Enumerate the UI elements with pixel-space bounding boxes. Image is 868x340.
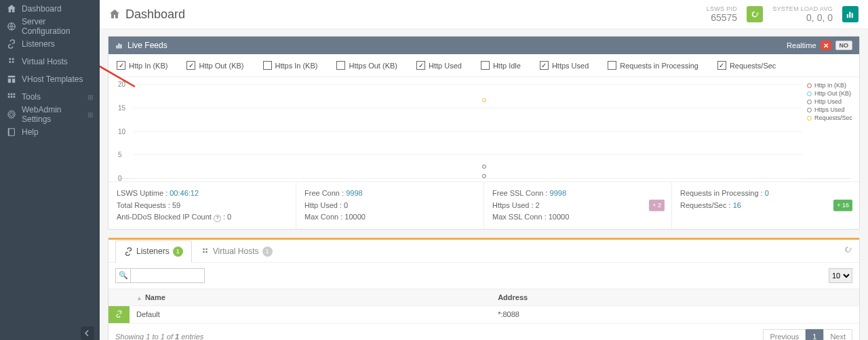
cell-address: *:8088 bbox=[491, 305, 859, 323]
restart-button[interactable] bbox=[747, 6, 763, 22]
metric-checkbox-1[interactable]: Http Out (KB) bbox=[186, 61, 243, 70]
tab-listeners[interactable]: Listeners 1 bbox=[115, 240, 192, 263]
expand-icon: ⊞ bbox=[87, 93, 93, 101]
sidebar-item-label: WebAdmin Settings bbox=[22, 105, 82, 124]
legend-dot-icon bbox=[807, 116, 812, 121]
stats-col-requests: Requests in Processing : 0 Requests/Sec … bbox=[672, 182, 859, 229]
metric-checkbox-4[interactable]: Http Used bbox=[416, 61, 462, 70]
metric-checkbox-7[interactable]: Requests in Processing bbox=[608, 61, 698, 70]
legend-item: Https Used bbox=[807, 106, 852, 114]
template-icon bbox=[7, 75, 16, 84]
live-feeds-title: Live Feeds bbox=[127, 41, 167, 50]
metric-checkbox-6[interactable]: Https Used bbox=[540, 61, 589, 70]
load-value: 0, 0, 0 bbox=[772, 12, 833, 23]
tab-badge: 1 bbox=[262, 247, 273, 257]
metric-checkbox-5[interactable]: Http Idle bbox=[481, 61, 521, 70]
help-icon[interactable]: ? bbox=[214, 215, 221, 222]
globe-icon bbox=[7, 22, 16, 31]
stats-row: LSWS Uptime : 00:46:12 Total Requests : … bbox=[108, 182, 859, 229]
sidebar-item-label: Dashboard bbox=[22, 4, 62, 14]
checkbox-icon bbox=[608, 61, 616, 70]
req-processing-value: 0 bbox=[765, 189, 769, 197]
checkbox-label: Requests/Sec bbox=[730, 62, 776, 70]
stats-col-conn: Free Conn : 9998 Http Used : 0 Max Conn … bbox=[296, 182, 484, 229]
search-input[interactable] bbox=[130, 268, 205, 283]
sidebar-item-label: Virtual Hosts bbox=[22, 57, 68, 66]
prev-button[interactable]: Previous bbox=[763, 329, 806, 340]
svg-rect-9 bbox=[14, 96, 16, 98]
checkbox-label: Https Used bbox=[552, 62, 589, 70]
total-requests-value: 59 bbox=[172, 201, 180, 209]
page-1-button[interactable]: 1 bbox=[806, 329, 823, 340]
next-button[interactable]: Next bbox=[823, 329, 852, 340]
svg-rect-14 bbox=[119, 43, 120, 49]
chart: 05101520 Http In (KB)Http Out (KB)Http U… bbox=[108, 77, 859, 182]
tab-badge: 1 bbox=[173, 247, 183, 257]
metric-checkbox-2[interactable]: Https In (KB) bbox=[263, 61, 318, 70]
page-size-select[interactable]: 10 bbox=[829, 268, 852, 283]
page-size-dropdown[interactable]: 10 bbox=[829, 268, 852, 283]
refresh-icon bbox=[844, 245, 852, 254]
svg-rect-1 bbox=[8, 76, 16, 78]
sidebar-collapse-button[interactable] bbox=[81, 326, 94, 340]
legend-dot-icon bbox=[807, 100, 812, 104]
refresh-icon bbox=[750, 9, 760, 19]
checkbox-label: Http In (KB) bbox=[129, 62, 167, 70]
pagination: Previous 1 Next bbox=[763, 329, 852, 340]
svg-rect-6 bbox=[14, 93, 16, 95]
ytick: 0 bbox=[118, 175, 122, 182]
sidebar-item-listeners[interactable]: Listeners bbox=[0, 35, 100, 53]
ytick: 20 bbox=[118, 81, 125, 88]
legend-item: Http Used bbox=[807, 98, 852, 106]
metric-checkbox-0[interactable]: Http In (KB) bbox=[117, 61, 167, 70]
checkbox-label: Https Out (KB) bbox=[349, 62, 397, 70]
metric-checkbox-3[interactable]: Https Out (KB) bbox=[336, 61, 397, 70]
legend-item: Http In (KB) bbox=[807, 81, 852, 89]
sidebar-item-tools[interactable]: Tools ⊞ bbox=[0, 88, 100, 106]
checkbox-icon bbox=[263, 61, 272, 70]
svg-rect-4 bbox=[8, 93, 10, 95]
svg-rect-10 bbox=[847, 14, 848, 18]
grid-icon bbox=[7, 92, 16, 102]
pid-value: 65575 bbox=[707, 12, 737, 23]
row-status-icon bbox=[108, 305, 130, 323]
checkbox-label: Https In (KB) bbox=[275, 62, 318, 70]
search-icon: 🔍 bbox=[115, 268, 130, 283]
sidebar-item-dashboard[interactable]: Dashboard bbox=[0, 0, 100, 18]
sidebar-item-label: Help bbox=[22, 127, 39, 137]
svg-rect-7 bbox=[8, 96, 10, 98]
stats-col-uptime: LSWS Uptime : 00:46:12 Total Requests : … bbox=[108, 182, 296, 229]
column-address[interactable]: Address bbox=[491, 289, 859, 305]
cubes-icon bbox=[7, 57, 16, 66]
table-row[interactable]: Default*:8088 bbox=[108, 305, 859, 323]
home-icon bbox=[109, 9, 120, 20]
legend-item: Http Out (KB) bbox=[807, 89, 852, 98]
stats-button[interactable] bbox=[842, 6, 859, 22]
main-content: Dashboard LSWS PID 65575 SYSTEM LOAD AVG… bbox=[100, 0, 868, 340]
tab-virtual-hosts[interactable]: Virtual Hosts 1 bbox=[192, 240, 281, 263]
legend-item: Requests/Sec bbox=[807, 114, 852, 122]
column-name[interactable]: ▲Name bbox=[130, 289, 491, 305]
realtime-close-button[interactable]: ✕ bbox=[821, 41, 831, 50]
checkbox-icon bbox=[336, 61, 345, 70]
ddos-value: 0 bbox=[227, 213, 231, 221]
sidebar-item-server-config[interactable]: Server Configuration bbox=[0, 18, 100, 35]
svg-rect-15 bbox=[121, 45, 122, 49]
sidebar-item-help[interactable]: Help bbox=[0, 123, 100, 141]
sidebar-item-label: Tools bbox=[22, 92, 41, 102]
pid-label: LSWS PID bbox=[707, 5, 737, 12]
realtime-no-button[interactable]: NO bbox=[835, 41, 853, 50]
uptime-value: 00:46:12 bbox=[170, 189, 199, 197]
sidebar-item-webadmin-settings[interactable]: WebAdmin Settings ⊞ bbox=[0, 106, 100, 123]
stats-col-ssl: Free SSL Conn : 9998 Https Used : 2 Max … bbox=[484, 182, 672, 229]
metric-checkbox-8[interactable]: Requests/Sec bbox=[717, 61, 776, 70]
table-toolbar: 🔍 10 bbox=[108, 263, 859, 289]
checkbox-label: Http Out (KB) bbox=[199, 62, 243, 70]
ytick: 15 bbox=[118, 104, 125, 111]
sidebar-item-vhost-templates[interactable]: VHost Templates bbox=[0, 70, 100, 88]
svg-rect-13 bbox=[117, 45, 118, 49]
svg-rect-8 bbox=[11, 96, 13, 98]
topbar: Dashboard LSWS PID 65575 SYSTEM LOAD AVG… bbox=[100, 0, 868, 29]
sidebar-item-virtual-hosts[interactable]: Virtual Hosts bbox=[0, 53, 100, 70]
refresh-button[interactable] bbox=[844, 245, 852, 256]
